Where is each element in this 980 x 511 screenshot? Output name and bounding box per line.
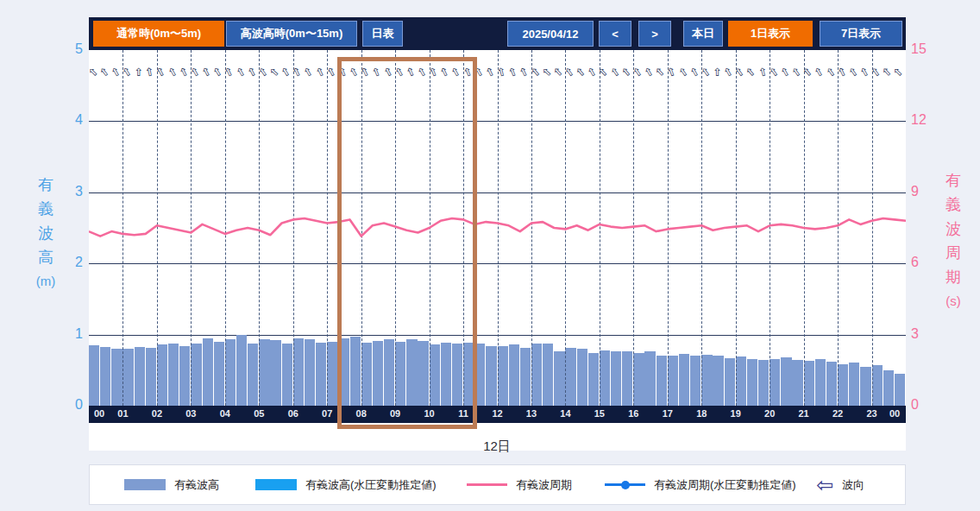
legend-item-wave-height-estimated: 有義波高(水圧変動推定値)	[255, 465, 437, 504]
axis-title-char: (m)	[36, 269, 56, 293]
legend-item-wave-period: 有義波周期	[467, 465, 572, 504]
axis-title-char: 高	[38, 245, 53, 269]
x-axis-hour-label: 04	[220, 408, 230, 419]
x-axis-hour-label: 12	[492, 408, 502, 419]
wave-chart-panel: 通常時(0m〜5m) 高波高時(0m〜15m) 日表 2025/04/12 < …	[89, 17, 906, 451]
range-normal-button[interactable]: 通常時(0m〜5m)	[93, 21, 224, 47]
x-axis-hour-label: 22	[832, 408, 843, 419]
view-7day-button[interactable]: 7日表示	[820, 21, 902, 47]
legend-label: 有義波周期	[516, 477, 572, 493]
x-axis-hour-label: 02	[152, 408, 162, 419]
line-dot-icon	[621, 481, 630, 489]
chart-toolbar: 通常時(0m〜5m) 高波高時(0m〜15m) 日表 2025/04/12 < …	[89, 17, 906, 50]
left-axis-tick-label: 1	[57, 326, 83, 342]
left-axis-tick-label: 4	[57, 112, 83, 128]
right-axis-tick-label: 15	[911, 41, 940, 57]
plot-area: ⇧⇧⇧⇧⇧⇧⇧⇧⇧⇧⇧⇧⇧⇧⇧⇧⇧⇧⇧⇧⇧⇧⇧⇧⇧⇧⇧⇧⇧⇧⇧⇧⇧⇧⇧⇧⇧⇧⇧⇧…	[89, 50, 906, 406]
right-axis-tick-label: 9	[911, 184, 940, 199]
x-axis-hour-label: 20	[764, 408, 775, 419]
x-axis-hour-label: 00	[94, 408, 104, 419]
wave-period-line	[89, 50, 906, 406]
axis-title-char: 有	[945, 168, 961, 192]
left-axis-tick-label: 0	[57, 397, 83, 413]
axis-title-char: 義	[945, 192, 961, 217]
left-axis-tick-label: 2	[57, 255, 83, 270]
right-axis-tick-label: 0	[911, 397, 940, 413]
day-table-button[interactable]: 日表	[362, 21, 403, 47]
range-high-button[interactable]: 高波高時(0m〜15m)	[226, 21, 357, 47]
x-axis-hour-label: 07	[322, 408, 332, 419]
next-day-button[interactable]: >	[638, 21, 671, 47]
x-axis-hour-label: 05	[254, 408, 264, 419]
view-1day-button[interactable]: 1日表示	[728, 21, 813, 47]
x-axis-hour-label: 13	[526, 408, 537, 419]
axis-title-char: (s)	[945, 289, 961, 313]
legend-item-wave-direction: ⇦ 波向	[816, 465, 864, 504]
axis-title-char: 周	[945, 241, 961, 265]
x-axis-hour-label: 23	[866, 408, 876, 419]
axis-title-char: 義	[38, 197, 53, 221]
right-axis-tick-label: 3	[911, 326, 940, 342]
axis-title-char: 波	[38, 221, 53, 245]
x-axis-hour-label: 16	[628, 408, 638, 419]
x-axis-strip: 0001020304050607080910111213141516171819…	[89, 406, 906, 423]
x-axis-hour-label: 17	[663, 408, 673, 419]
legend-item-wave-height: 有義波高	[124, 465, 219, 504]
axis-title-char: 期	[945, 265, 961, 289]
axis-title-char: 波	[945, 217, 961, 241]
wave-direction-arrow-icon: ⇦	[816, 475, 833, 495]
time-range-highlight-box	[337, 57, 477, 429]
x-axis-hour-label: 14	[560, 408, 570, 419]
axis-title-char: 有	[38, 173, 53, 197]
wave-direction-arrow-icon: ⇧	[134, 66, 143, 79]
legend-label: 有義波高(水圧変動推定値)	[305, 477, 437, 493]
right-axis-tick-label: 12	[911, 112, 940, 128]
today-button[interactable]: 本日	[683, 21, 723, 47]
legend-item-wave-period-estimated: 有義波周期(水圧変動推定値)	[605, 465, 796, 504]
left-axis-tick-label: 5	[57, 41, 83, 57]
wave-height-estimated-swatch-icon	[255, 479, 297, 490]
chart-legend: 有義波高 有義波高(水圧変動推定値) 有義波周期 有義波周期(水圧変動推定値) …	[89, 464, 906, 505]
legend-label: 有義波高	[174, 477, 219, 493]
legend-label: 波向	[842, 477, 864, 493]
right-axis-tick-label: 6	[911, 255, 940, 270]
x-axis-hour-label: 21	[799, 408, 809, 419]
wave-direction-arrow-icon: ⇧	[713, 66, 722, 79]
wave-period-line-icon	[467, 483, 507, 486]
legend-label: 有義波周期(水圧変動推定値)	[654, 477, 796, 493]
x-axis-hour-label: 15	[594, 408, 605, 419]
x-axis-hour-label: 01	[117, 408, 128, 419]
left-axis-tick-label: 3	[57, 184, 83, 199]
prev-day-button[interactable]: <	[599, 21, 631, 47]
date-button[interactable]: 2025/04/12	[507, 21, 594, 47]
wave-period-estimated-line-icon	[605, 483, 645, 486]
x-axis-day-label: 12日	[483, 438, 511, 455]
x-axis-hour-label: 00	[889, 408, 900, 419]
x-axis-hour-label: 18	[696, 408, 707, 419]
x-axis-hour-label: 03	[185, 408, 196, 419]
wave-observation-page: 通常時(0m〜5m) 高波高時(0m〜15m) 日表 2025/04/12 < …	[0, 0, 980, 511]
x-axis-hour-label: 06	[288, 408, 298, 419]
wave-height-swatch-icon	[124, 479, 166, 490]
x-axis-hour-label: 19	[731, 408, 741, 419]
